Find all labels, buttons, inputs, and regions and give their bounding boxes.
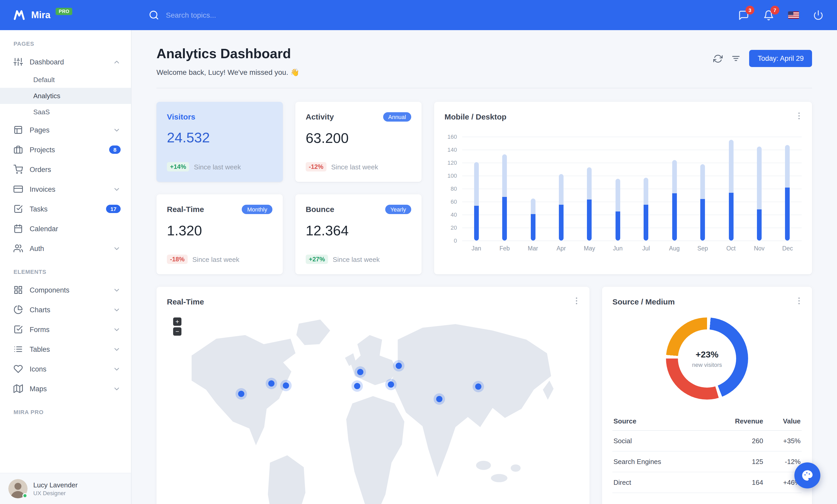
- y-tick-label: 40: [451, 211, 457, 218]
- stat-change: +27%: [306, 255, 328, 264]
- sidebar-item-invoices[interactable]: Invoices: [0, 179, 131, 199]
- language-button[interactable]: [788, 12, 799, 19]
- bar-mar[interactable]: [519, 137, 547, 241]
- x-tick-label: Oct: [717, 245, 745, 251]
- table-row-direct[interactable]: Direct164+46%: [612, 472, 802, 493]
- sidebar-item-icons[interactable]: Icons: [0, 359, 131, 379]
- map-card-menu-button[interactable]: [572, 296, 581, 305]
- messages-button[interactable]: 3: [738, 10, 749, 20]
- x-tick-label: Dec: [773, 245, 802, 251]
- bar-aug[interactable]: [660, 137, 689, 241]
- bar-feb[interactable]: [491, 137, 519, 241]
- chart-card-title: Mobile / Desktop: [445, 112, 506, 121]
- theme-settings-button[interactable]: [795, 463, 820, 488]
- sidebar-nav: PAGESDashboardDefaultAnalyticsSaaSPagesP…: [0, 30, 131, 421]
- stat-title: Real-Time: [167, 205, 204, 213]
- world-map[interactable]: + −: [167, 312, 579, 504]
- y-tick-label: 160: [447, 133, 457, 140]
- source-medium-card: Source / Medium +23% new visitors Source…: [602, 287, 812, 504]
- stat-period-badge[interactable]: Monthly: [242, 205, 272, 214]
- y-tick-label: 20: [451, 224, 457, 231]
- bar-dec[interactable]: [773, 137, 802, 241]
- bar-jan[interactable]: [462, 137, 491, 241]
- more-vertical-icon: [795, 296, 804, 305]
- sign-out-button[interactable]: [813, 10, 823, 20]
- chart-card-menu-button[interactable]: [795, 111, 804, 120]
- pro-badge: PRO: [56, 8, 72, 15]
- map-zoom-out-button[interactable]: −: [173, 327, 181, 336]
- notifications-button[interactable]: 7: [763, 10, 774, 20]
- sidebar-user[interactable]: Lucy Lavender UX Designer: [0, 473, 131, 504]
- table-header-source: Source: [612, 412, 707, 430]
- bar-jun[interactable]: [604, 137, 632, 241]
- filter-icon: [731, 54, 741, 63]
- chevron-up-icon: [113, 58, 121, 66]
- source-table: SourceRevenueValue Social260+35%Search E…: [612, 412, 802, 493]
- map-marker-9[interactable]: [475, 384, 481, 390]
- bar-may[interactable]: [575, 137, 604, 241]
- map-marker-3[interactable]: [283, 382, 289, 389]
- date-range-button[interactable]: Today: April 29: [749, 50, 812, 67]
- map-marker-1[interactable]: [238, 391, 244, 397]
- sidebar-item-dashboard[interactable]: Dashboard: [0, 52, 131, 72]
- filter-button[interactable]: [731, 54, 741, 63]
- bar-sep[interactable]: [689, 137, 717, 241]
- chevron-down-icon: [113, 126, 121, 134]
- donut-center-label: new visitors: [692, 361, 722, 368]
- cell-source: Search Engines: [612, 451, 707, 472]
- sidebar-badge: 17: [106, 205, 121, 213]
- x-tick-label: Jun: [604, 245, 632, 251]
- source-card-menu-button[interactable]: [795, 296, 804, 305]
- table-row-search-engines[interactable]: Search Engines125-12%: [612, 451, 802, 472]
- cart-icon: [14, 165, 23, 174]
- list-icon: [14, 344, 23, 354]
- sidebar-item-label: Tables: [30, 345, 50, 353]
- chevron-down-icon: [113, 385, 121, 393]
- brand[interactable]: Mira PRO: [13, 8, 136, 22]
- sidebar-item-label: Auth: [30, 244, 44, 252]
- sidebar-item-maps[interactable]: Maps: [0, 379, 131, 398]
- stat-period-badge[interactable]: Annual: [383, 112, 411, 122]
- map-marker-4[interactable]: [357, 369, 363, 375]
- chart-x-axis: JanFebMarAprMayJunJulAugSepOctNovDec: [462, 245, 802, 251]
- bar-oct[interactable]: [717, 137, 745, 241]
- chevron-down-icon: [113, 286, 121, 294]
- bar-jul[interactable]: [632, 137, 660, 241]
- sidebar-item-tasks[interactable]: Tasks17: [0, 199, 131, 219]
- map-marker-6[interactable]: [388, 381, 394, 388]
- sidebar-item-tables[interactable]: Tables: [0, 339, 131, 359]
- stat-change: +14%: [167, 162, 189, 171]
- stat-card-visitors: Visitors24.532+14%Since last week: [157, 102, 283, 182]
- chart-plot: [462, 137, 802, 241]
- sidebar-item-calendar[interactable]: Calendar: [0, 219, 131, 239]
- grid-icon: [14, 285, 23, 295]
- sidebar-item-pages[interactable]: Pages: [0, 120, 131, 140]
- sidebar-item-orders[interactable]: Orders: [0, 160, 131, 179]
- sidebar-item-label: Pages: [30, 126, 50, 134]
- map-icon: [14, 384, 23, 393]
- sidebar-subitem-default[interactable]: Default: [0, 72, 131, 88]
- notifications-badge: 7: [770, 5, 779, 14]
- sidebar-subitem-saas[interactable]: SaaS: [0, 104, 131, 120]
- table-header-value: Value: [764, 412, 802, 430]
- sidebar-subitem-analytics[interactable]: Analytics: [0, 88, 131, 104]
- palette-icon: [801, 469, 814, 482]
- sidebar-item-auth[interactable]: Auth: [0, 239, 131, 258]
- sidebar: PAGESDashboardDefaultAnalyticsSaaSPagesP…: [0, 30, 131, 504]
- table-row-social[interactable]: Social260+35%: [612, 430, 802, 451]
- bar-nov[interactable]: [745, 137, 773, 241]
- sidebar-item-forms[interactable]: Forms: [0, 320, 131, 339]
- y-tick-label: 60: [451, 199, 457, 205]
- stat-title: Bounce: [306, 205, 334, 213]
- stat-period-badge[interactable]: Yearly: [385, 205, 411, 214]
- sidebar-item-charts[interactable]: Charts: [0, 300, 131, 320]
- sidebar-item-projects[interactable]: Projects8: [0, 140, 131, 160]
- map-zoom-in-button[interactable]: +: [173, 317, 181, 326]
- bar-apr[interactable]: [547, 137, 575, 241]
- more-vertical-icon: [795, 111, 804, 120]
- sidebar-item-label: Projects: [30, 146, 55, 153]
- search-input[interactable]: [166, 11, 322, 19]
- sidebar-section-pages: PAGES: [0, 30, 131, 52]
- refresh-button[interactable]: [714, 54, 723, 63]
- sidebar-item-components[interactable]: Components: [0, 280, 131, 300]
